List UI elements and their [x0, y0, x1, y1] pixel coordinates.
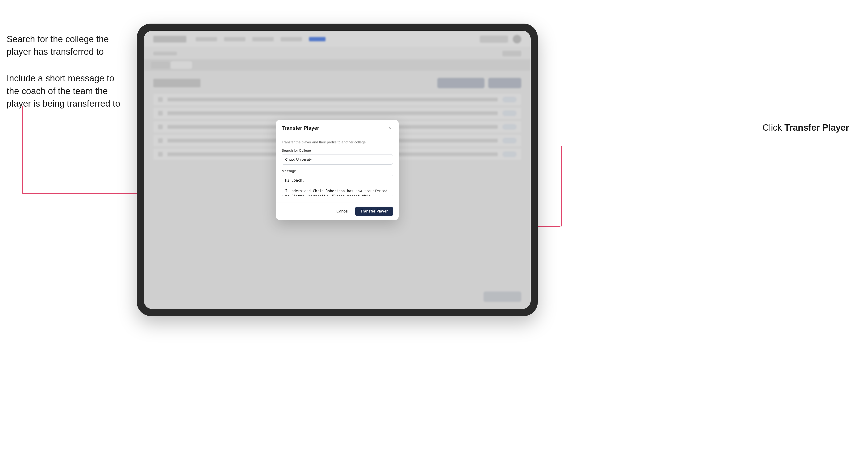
annotation-text-2: Include a short message to the coach of …: [7, 72, 125, 110]
dialog-close-button[interactable]: ×: [386, 125, 393, 131]
transfer-player-dialog[interactable]: Transfer Player × Transfer the player an…: [276, 120, 399, 220]
transfer-player-button[interactable]: Transfer Player: [355, 207, 393, 216]
dialog-header: Transfer Player ×: [276, 120, 399, 135]
annotation-text-right: Click Transfer Player: [763, 123, 849, 133]
college-search-input[interactable]: [282, 154, 393, 165]
dialog-body: Transfer the player and their profile to…: [276, 135, 399, 203]
left-annotations: Search for the college the player has tr…: [7, 33, 125, 124]
college-field-label: Search for College: [282, 148, 393, 152]
cancel-button[interactable]: Cancel: [333, 207, 352, 216]
message-textarea[interactable]: [282, 175, 393, 196]
right-annotation: Click Transfer Player: [763, 123, 849, 133]
dialog-footer: Cancel Transfer Player: [276, 203, 399, 220]
tablet-frame: Transfer Player × Transfer the player an…: [137, 24, 538, 316]
modal-overlay: Transfer Player × Transfer the player an…: [144, 31, 531, 309]
message-field-label: Message: [282, 169, 393, 173]
annotation-text-1: Search for the college the player has tr…: [7, 33, 125, 58]
dialog-title: Transfer Player: [282, 125, 319, 131]
dialog-subtitle: Transfer the player and their profile to…: [282, 140, 393, 144]
tablet-screen: Transfer Player × Transfer the player an…: [144, 31, 531, 309]
